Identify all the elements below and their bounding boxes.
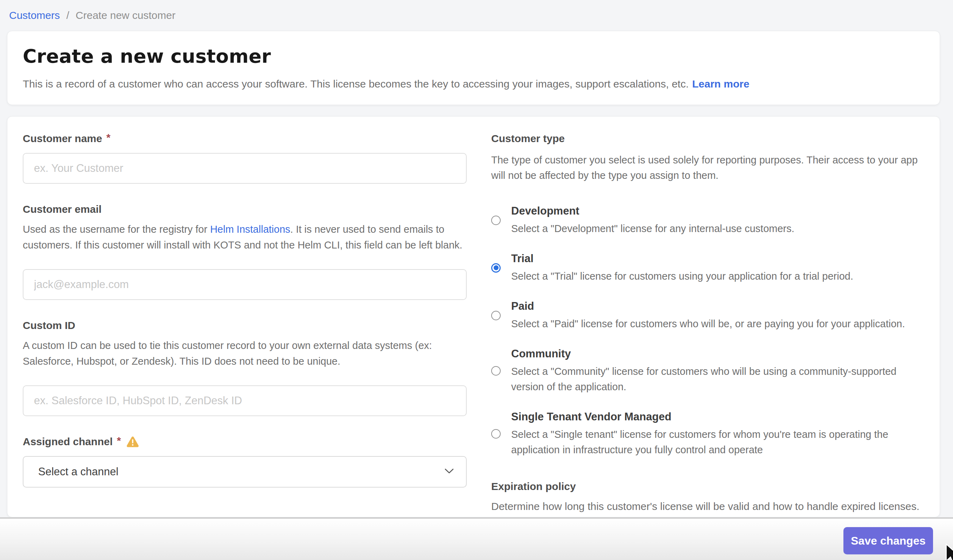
radio-single-tenant[interactable]	[491, 429, 501, 439]
assigned-channel-value: Select a channel	[38, 465, 118, 478]
breadcrumb: Customers / Create new customer	[9, 8, 175, 22]
customer-email-label: Customer email	[23, 203, 101, 216]
assigned-channel-select[interactable]: Select a channel	[23, 456, 467, 487]
customer-type-option-development: Development Select a "Development" licen…	[491, 204, 924, 236]
option-title-development[interactable]: Development	[511, 204, 795, 218]
customer-type-option-single-tenant: Single Tenant Vendor Managed Select a "S…	[491, 410, 924, 458]
customer-type-label: Customer type	[491, 132, 565, 145]
customer-email-desc-before: Used as the username for the registry fo…	[23, 223, 210, 235]
header-description-text: This is a record of a customer who can a…	[23, 78, 689, 90]
expiration-policy-description: Determine how long this customer's licen…	[491, 499, 924, 514]
breadcrumb-customers-link[interactable]: Customers	[9, 9, 60, 21]
option-title-trial[interactable]: Trial	[511, 252, 853, 266]
customer-name-group: Customer name *	[23, 132, 467, 184]
option-desc-trial: Select a "Trial" license for customers u…	[511, 268, 853, 284]
form-right-column: Customer type The type of customer you s…	[491, 132, 924, 501]
custom-id-input[interactable]	[23, 385, 467, 416]
customer-email-input[interactable]	[23, 269, 467, 300]
customer-type-description: The type of customer you select is used …	[491, 152, 924, 183]
option-desc-paid: Select a "Paid" license for customers wh…	[511, 316, 905, 332]
assigned-channel-label: Assigned channel	[23, 435, 113, 448]
custom-id-description: A custom ID can be used to tie this cust…	[23, 338, 467, 369]
option-desc-single-tenant: Select a "Single tenant" license for cus…	[511, 427, 924, 458]
custom-id-group: Custom ID A custom ID can be used to tie…	[23, 319, 467, 416]
assigned-channel-group: Assigned channel * Select a channel	[23, 435, 467, 487]
warning-icon	[126, 436, 139, 447]
expiration-policy-section: Expiration policy Determine how long thi…	[491, 480, 924, 514]
radio-community[interactable]	[491, 366, 501, 375]
save-changes-button[interactable]: Save changes	[843, 527, 933, 554]
form-left-column: Customer name * Customer email Used as t…	[23, 132, 467, 501]
option-desc-community: Select a "Community" license for custome…	[511, 364, 924, 394]
option-title-single-tenant[interactable]: Single Tenant Vendor Managed	[511, 410, 924, 424]
form-card: Customer name * Customer email Used as t…	[7, 116, 940, 517]
learn-more-link[interactable]: Learn more	[692, 78, 749, 90]
customer-type-options: Development Select a "Development" licen…	[491, 204, 924, 458]
customer-email-description: Used as the username for the registry fo…	[23, 222, 467, 253]
option-desc-development: Select a "Development" license for any i…	[511, 221, 795, 236]
option-title-paid[interactable]: Paid	[511, 299, 905, 313]
mouse-cursor	[942, 543, 953, 560]
helm-installations-link[interactable]: Helm Installations	[210, 223, 290, 235]
required-asterisk: *	[117, 435, 121, 447]
save-bar: Save changes	[0, 517, 953, 560]
radio-trial[interactable]	[491, 263, 501, 273]
chevron-down-icon	[444, 468, 454, 476]
customer-name-label: Customer name	[23, 132, 102, 145]
customer-type-option-community: Community Select a "Community" license f…	[491, 347, 924, 394]
header-card: Create a new customer This is a record o…	[7, 31, 940, 105]
page-title: Create a new customer	[23, 45, 924, 67]
radio-development[interactable]	[491, 216, 501, 225]
custom-id-label: Custom ID	[23, 319, 75, 332]
page: Customers / Create new customer Create a…	[0, 0, 953, 560]
customer-name-input[interactable]	[23, 153, 467, 184]
customer-type-option-trial: Trial Select a "Trial" license for custo…	[491, 252, 924, 284]
breadcrumb-separator: /	[66, 9, 69, 21]
customer-type-option-paid: Paid Select a "Paid" license for custome…	[491, 299, 924, 332]
option-title-community[interactable]: Community	[511, 347, 924, 361]
header-description: This is a record of a customer who can a…	[23, 77, 924, 91]
radio-paid[interactable]	[491, 311, 501, 320]
required-asterisk: *	[106, 132, 111, 144]
expiration-policy-label: Expiration policy	[491, 480, 924, 493]
customer-email-group: Customer email Used as the username for …	[23, 203, 467, 300]
breadcrumb-current: Create new customer	[76, 9, 175, 21]
